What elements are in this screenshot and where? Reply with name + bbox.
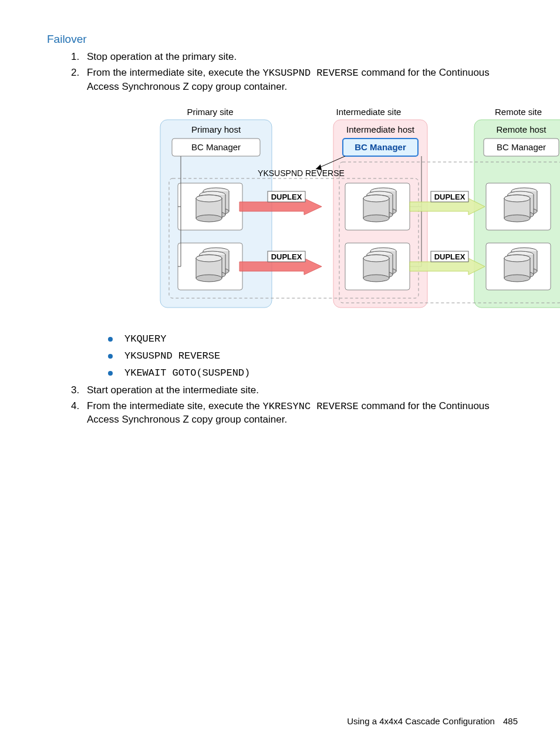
step-item: Stop operation at the primary site. [82,50,518,64]
duplex-label: DUPLEX [271,193,302,201]
intermediate-bc-label: BC Manager [355,142,406,152]
inline-code: YKSUSPND REVERSE [263,67,359,79]
remote-host-label: Remote host [496,124,546,134]
primary-host-label: Primary host [191,124,241,134]
storage-icon [196,188,229,222]
page-number: 485 [495,716,518,726]
command-item: YKSUSPND REVERSE [108,350,518,363]
step-list: Stop operation at the primary site. From… [82,50,518,427]
command-text: YKQUERY [124,333,166,345]
command-item: YKEWAIT GOTO(SUSPEND) [108,367,518,380]
duplex-label: DUPLEX [434,193,465,201]
section-heading: Failover [47,33,518,46]
command-text: YKEWAIT GOTO(SUSPEND) [124,367,250,379]
storage-icon [363,188,396,222]
command-bullet-list: YKQUERY YKSUSPND REVERSE YKEWAIT GOTO(SU… [108,333,518,380]
remote-bc-label: BC Manager [497,142,546,152]
storage-icon [504,188,537,222]
step-text: From the intermediate site, execute the [87,400,263,411]
page-footer: Using a 4x4x4 Cascade Configuration485 [347,716,518,726]
primary-bc-label: BC Manager [191,142,241,152]
step-item: From the intermediate site, execute the … [82,66,518,380]
document-page: Failover Stop operation at the primary s… [0,0,560,746]
footer-text: Using a 4x4x4 Cascade Configuration [347,716,495,726]
storage-icon [363,248,396,282]
step-item: Start operation at the intermediate site… [82,384,518,397]
step-item: From the intermediate site, execute the … [82,400,518,427]
diagram-figure: Primary site Intermediate site Remote si… [151,107,518,316]
duplex-label: DUPLEX [434,252,465,261]
duplex-label: DUPLEX [271,252,302,261]
diagram-svg: Primary site Intermediate site Remote si… [151,107,560,312]
command-item: YKQUERY [108,333,518,346]
step-text: From the intermediate site, execute the [87,67,263,78]
step-text: Start operation at the intermediate site… [87,384,259,396]
intermediate-host-label: Intermediate host [346,124,415,134]
inline-code: YKRESYNC REVERSE [263,401,359,412]
remote-site-title: Remote site [495,107,542,117]
storage-icon [504,248,537,282]
step-text: Stop operation at the primary site. [87,51,237,62]
command-text: YKSUSPND REVERSE [124,350,220,362]
storage-icon [196,248,229,282]
primary-site-title: Primary site [187,107,233,117]
intermediate-site-title: Intermediate site [336,107,402,117]
command-arrow-label: YKSUSPND REVERSE [258,168,345,178]
